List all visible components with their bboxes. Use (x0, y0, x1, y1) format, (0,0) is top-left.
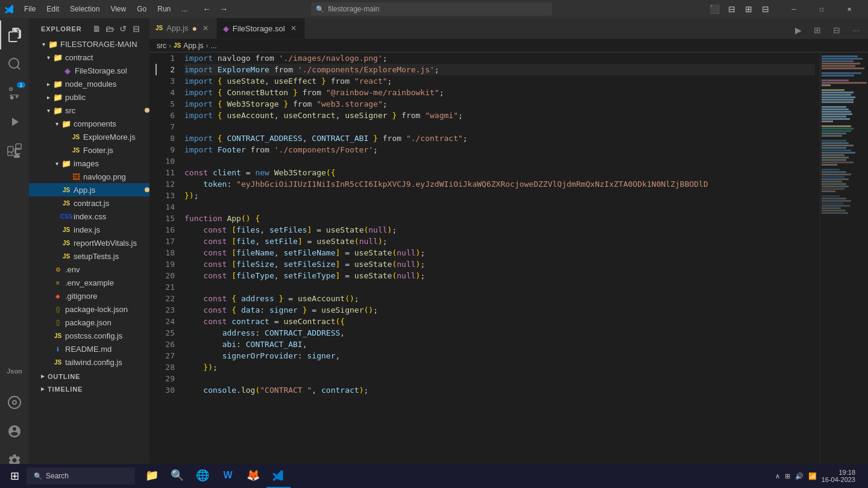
titlebar-actions: ⬛ ⊟ ⊞ ⊟ (708, 2, 773, 16)
tree-item-index-js[interactable]: JS index.js (29, 223, 149, 236)
activity-run-debug[interactable] (0, 107, 29, 136)
taskbar-app-word[interactable]: W (216, 464, 240, 488)
more-actions-button[interactable]: ··· (848, 22, 864, 39)
editor-area: JS App.js ● ✕ ◆ FileStorage.sol ✕ ▶ ⊞ ⊟ … (149, 18, 868, 475)
tree-item-root[interactable]: ▾ 📁 FILESTORAGE-MAIN (29, 37, 149, 51)
toggle-secondary-sidebar-button[interactable]: ⊞ (741, 2, 756, 16)
tree-item-node-modules[interactable]: ▸ 📁 node_modules (29, 77, 149, 90)
menu-edit[interactable]: Edit (42, 2, 64, 16)
nav-back-button[interactable]: ← (200, 2, 214, 16)
tree-item-gitignore[interactable]: ◆ .gitignore (29, 289, 149, 302)
line-num-13: 13 (149, 190, 175, 201)
activity-search[interactable] (0, 49, 29, 78)
tree-label-contract-js: contract.js (74, 199, 149, 208)
tree-item-postcss[interactable]: JS postcss.config.js (29, 329, 149, 342)
tree-item-exploremore-js[interactable]: JS ExploreMore.js (29, 130, 149, 143)
tree-item-contract-js[interactable]: JS contract.js (29, 196, 149, 210)
toggle-panel-editor-button[interactable]: ⊟ (828, 22, 845, 39)
tree-label-index-css: index.css (74, 212, 149, 221)
tree-item-footer-js[interactable]: JS Footer.js (29, 143, 149, 157)
split-editor-button[interactable]: ⊞ (809, 22, 826, 39)
taskbar-clock[interactable]: 19:18 16-04-2023 (822, 469, 855, 483)
taskbar-app-firefox[interactable]: 🦊 (241, 464, 265, 488)
start-button[interactable]: ⊞ (5, 466, 24, 486)
tray-windows-icon[interactable]: ⊞ (785, 472, 790, 480)
taskbar-app-fileexplorer[interactable]: 📁 (140, 464, 164, 488)
search-text: filestorage-main (328, 5, 379, 13)
tree-item-components[interactable]: ▾ 📁 components (29, 117, 149, 130)
run-code-button[interactable]: ▶ (790, 22, 807, 39)
line-num-18: 18 (149, 247, 175, 258)
new-file-button[interactable]: 🗎 (90, 23, 102, 35)
chevron-down-icon: ▾ (43, 105, 53, 115)
taskbar-app-edge[interactable]: 🌐 (190, 464, 215, 488)
folder-icon: 📁 (48, 39, 58, 49)
tray-volume-icon[interactable]: 🔊 (795, 472, 804, 480)
minimize-button[interactable]: ─ (780, 0, 808, 18)
tree-item-env[interactable]: ⚙ .env (29, 263, 149, 276)
collapse-all-button[interactable]: ⊟ (130, 23, 142, 35)
taskbar-search-box[interactable]: 🔍 Search (27, 468, 135, 484)
activity-json[interactable]: Json (0, 357, 29, 386)
tree-item-filestorage-sol[interactable]: ◆ FileStorage.sol (29, 64, 149, 77)
tray-wifi-icon[interactable]: 📶 (808, 472, 817, 480)
tree-item-package-lock[interactable]: {} package-lock.json (29, 302, 149, 316)
code-line-11: const client = new Web3Storage({ (184, 167, 815, 178)
menu-file[interactable]: File (19, 2, 40, 16)
tree-item-app-js[interactable]: JS App.js (29, 183, 149, 196)
tab-app-js[interactable]: JS App.js ● ✕ (149, 18, 217, 39)
tab-close-filestorage[interactable]: ✕ (289, 23, 298, 33)
new-folder-button[interactable]: 🗁 (104, 23, 116, 35)
titlebar-nav: ← → (200, 2, 231, 16)
code-line-29 (184, 373, 815, 384)
customize-layout-button[interactable]: ⊟ (758, 2, 773, 16)
activity-extensions[interactable] (0, 136, 29, 165)
tree-item-readme[interactable]: ℹ README.md (29, 342, 149, 355)
line-num-7: 7 (149, 121, 175, 133)
nav-forward-button[interactable]: → (216, 2, 231, 16)
activity-accounts[interactable] (0, 417, 29, 446)
line-numbers: 1 2 3 4 5 6 7 8 9 10 11 12 13 14 15 16 1… (149, 52, 180, 475)
taskbar-app-vscode[interactable] (266, 464, 291, 488)
tree-item-reportwebvitals[interactable]: JS reportWebVitals.js (29, 236, 149, 249)
activity-explorer[interactable] (0, 20, 29, 49)
tree-item-package-json[interactable]: {} package.json (29, 316, 149, 329)
tree-item-public[interactable]: ▸ 📁 public (29, 90, 149, 104)
code-content[interactable]: import navlogo from './images/navlogo.pn… (180, 52, 820, 475)
menu-view[interactable]: View (105, 2, 131, 16)
taskbar-app-search[interactable]: 🔍 (165, 464, 189, 488)
tree-item-navlogo-png[interactable]: 🖼 navlogo.png (29, 170, 149, 183)
tab-close-app-js[interactable]: ✕ (201, 23, 210, 33)
activity-source-control[interactable]: 1 (0, 78, 29, 107)
menu-go[interactable]: Go (132, 2, 151, 16)
tab-filestorage-sol[interactable]: ◆ FileStorage.sol ✕ (217, 18, 305, 39)
chevron-down-icon: ▾ (52, 119, 61, 128)
refresh-button[interactable]: ↺ (117, 23, 129, 35)
breadcrumb-appjs[interactable]: App.js (183, 42, 203, 50)
breadcrumb-more[interactable]: ... (211, 42, 217, 50)
tray-chevron[interactable]: ∧ (775, 472, 780, 480)
outline-section[interactable]: ▸ OUTLINE (29, 369, 149, 381)
maximize-button[interactable]: □ (808, 0, 835, 18)
tree-label-exploremore: ExploreMore.js (83, 133, 149, 142)
titlebar-menus: File Edit Selection View Go Run ... (19, 2, 192, 16)
tree-label-app-js: App.js (74, 186, 142, 195)
menu-run[interactable]: Run (153, 2, 175, 16)
breadcrumb-src[interactable]: src (157, 42, 166, 50)
tree-item-tailwind[interactable]: JS tailwind.config.js (29, 355, 149, 369)
tree-item-setuptests[interactable]: JS setupTests.js (29, 249, 149, 263)
tree-item-index-css[interactable]: CSS index.css (29, 210, 149, 223)
tree-item-images[interactable]: ▾ 📁 images (29, 157, 149, 170)
tree-item-env-example[interactable]: ≡ .env_example (29, 276, 149, 289)
line-num-9: 9 (149, 144, 175, 155)
titlebar-search[interactable]: 🔍 filestorage-main (311, 2, 552, 16)
toggle-panel-button[interactable]: ⊟ (725, 2, 739, 16)
menu-more[interactable]: ... (177, 2, 192, 16)
timeline-section[interactable]: ▸ TIMELINE (29, 381, 149, 394)
menu-selection[interactable]: Selection (65, 2, 104, 16)
toggle-primary-sidebar-button[interactable]: ⬛ (708, 2, 722, 16)
activity-remote[interactable] (0, 388, 29, 417)
tree-item-contract[interactable]: ▾ 📁 contract (29, 51, 149, 64)
tree-item-src[interactable]: ▾ 📁 src (29, 104, 149, 117)
close-button[interactable]: ✕ (835, 0, 863, 18)
